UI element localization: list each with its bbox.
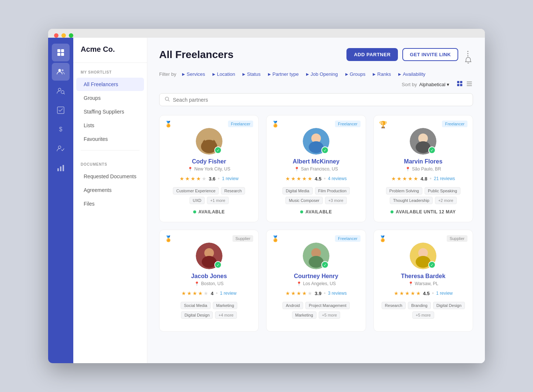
card-tags: AndroidProject ManagementMarketing+5 mor… [274,302,358,319]
list-view-button[interactable] [466,80,473,89]
card-badge: Freelancer [335,121,361,127]
freelancer-card[interactable]: 🏅 Freelancer ✓ Albert McKinney 📍 San Fra… [266,115,366,222]
filter-services[interactable]: ▶ Services [179,70,208,78]
filter-partner-type[interactable]: ▶ Partner type [265,70,302,78]
nav-all-freelancers[interactable]: All Freelancers [76,78,144,91]
minimize-dot[interactable] [61,33,66,38]
rating-reviews[interactable]: 21 reviews [434,176,455,181]
avatar-wrap: ✓ [196,128,222,155]
close-dot[interactable] [54,33,58,38]
verified-badge: ✓ [321,261,329,268]
tag: Film Production [315,187,350,195]
filter-ranks[interactable]: ▶ Ranks [370,70,394,78]
tag: Marketing [213,302,237,309]
grid-view-button[interactable] [456,80,463,89]
shortlist-section-label: MY SHORTLIST [73,63,147,77]
svg-point-15 [467,53,469,54]
avatar-wrap: ✓ [410,128,436,155]
verified-badge: ✓ [428,261,436,268]
nav-staffing-suppliers[interactable]: Staffing Suppliers [76,105,144,118]
sidebar-icon-chart[interactable] [52,159,70,177]
expand-dot[interactable] [69,33,73,38]
tag: Thought Leadership [390,197,433,204]
card-location: 📍 New York City, US [188,166,230,172]
rating-reviews[interactable]: 3 reviews [328,291,347,296]
sidebar-icon-tasks[interactable] [52,101,70,119]
sidebar-icon-grid[interactable] [52,44,70,61]
rating-separator: • [429,175,432,182]
freelancer-card[interactable]: 🏆 Freelancer ✓ Marvin Flores 📍 São Paulo… [373,115,473,222]
svg-rect-17 [457,81,459,83]
rating-reviews[interactable]: 1 review [222,176,239,181]
sidebar-icon-check-user[interactable] [52,140,70,158]
sort-value[interactable]: Alphabetical ▾ [419,82,449,87]
nav-requested-documents[interactable]: Requested Documents [76,170,144,183]
verified-badge: ✓ [428,146,436,154]
card-tags: Social MediaMarketingDigital Design+4 mo… [167,302,251,319]
rating-value: 3.9 [315,291,321,296]
tag-more: +2 more [435,197,457,204]
card-name[interactable]: Courtney Henry [294,273,338,280]
nav-files[interactable]: Files [76,197,144,210]
filter-job-opening[interactable]: ▶ Job Opening [303,70,341,78]
card-name[interactable]: Jacob Jones [191,273,227,280]
freelancer-card[interactable]: 🏅 Supplier ✓ Jacob Jones 📍 Boston, US ★★… [159,230,259,332]
nav-groups[interactable]: Groups [76,91,144,105]
page-title: All Freelancers [159,49,234,61]
verified-badge: ✓ [214,261,222,268]
avatar-wrap: ✓ [303,128,329,155]
nav-agreements[interactable]: Agreements [76,183,144,197]
sidebar-icon-dollar[interactable]: $ [52,121,70,138]
browser-body: $ Acme Co. MY SHORTLIST [48,38,485,363]
svg-rect-22 [467,83,472,84]
availability-text: AVAILABLE UNTIL 12 MAY [396,209,456,214]
get-invite-link-button[interactable]: GET INVITE LINK [402,48,458,61]
freelancers-grid: 🏅 Freelancer ✓ Cody Fisher 📍 New York Ci… [159,115,473,332]
browser-chrome [48,29,485,38]
rank-silver-icon: 🏅 [165,235,172,242]
svg-rect-12 [60,166,61,171]
filter-availability[interactable]: ▶ Availability [395,70,428,78]
tag: Customer Experience [173,187,219,195]
tag-more: +3 more [325,197,347,204]
availability-status: AVAILABLE UNTIL 12 MAY [390,209,456,214]
rating-reviews[interactable]: 4 reviews [328,176,347,181]
rating-separator: • [218,175,220,182]
location-text: New York City, US [194,166,230,172]
freelancer-card[interactable]: 🏅 Supplier ✓ Theresa Bardek 📍 Warsaw, PL… [373,230,473,332]
card-name[interactable]: Theresa Bardek [401,273,445,280]
location-text: São Paulo, BR [412,166,441,172]
filter-groups[interactable]: ▶ Groups [342,70,369,78]
nav-favourites[interactable]: Favourites [76,132,144,146]
left-nav: Acme Co. MY SHORTLIST All Freelancers Gr… [73,38,147,363]
sidebar-icon-search-person[interactable] [52,82,70,100]
sidebar-icon-users[interactable] [52,63,70,81]
filter-status[interactable]: ▶ Status [239,70,264,78]
svg-text:$: $ [59,126,63,132]
add-partner-button[interactable]: ADD PARTNER [346,48,398,61]
card-badge: Freelancer [335,235,361,242]
card-tags: Problem SolvingPublic SpeakingThought Le… [381,187,465,204]
card-name[interactable]: Cody Fisher [192,158,226,165]
rating-reviews[interactable]: 1 review [436,291,453,296]
availability-dot [390,210,393,213]
search-input[interactable] [173,97,467,103]
location-text: Boston, US [201,281,224,286]
filter-location[interactable]: ▶ Location [209,70,238,78]
documents-section-label: DOCUMENTS [73,155,147,169]
freelancer-card[interactable]: 🏅 Freelancer ✓ Courtney Henry 📍 Los Ange… [266,230,366,332]
notification-bell-button[interactable] [465,57,472,65]
rating-value: 4.5 [423,291,430,296]
card-name[interactable]: Albert McKinney [293,158,339,165]
svg-rect-2 [57,53,60,56]
tag: Social Media [181,302,211,309]
verified-badge: ✓ [214,146,222,154]
nav-lists[interactable]: Lists [76,119,144,132]
rank-silver-icon: 🏅 [272,235,279,242]
filter-job-opening-label: Job Opening [311,71,338,77]
freelancer-card[interactable]: 🏅 Freelancer ✓ Cody Fisher 📍 New York Ci… [159,115,259,222]
card-name[interactable]: Marvin Flores [404,158,442,165]
card-location: 📍 Los Angeles, US [296,281,336,286]
rating-reviews[interactable]: 1 review [220,291,237,296]
filter-bar: Filter by ▶ Services ▶ Location ▶ Status… [159,70,473,89]
